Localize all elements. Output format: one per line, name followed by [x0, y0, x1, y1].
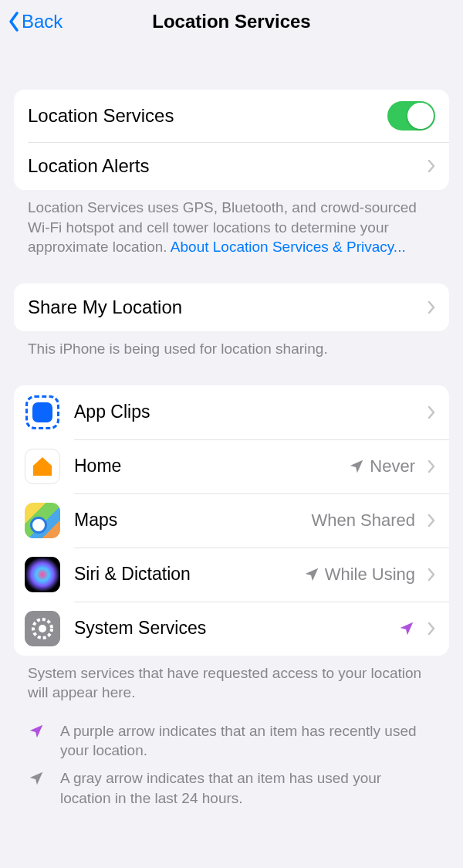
location-services-row[interactable]: Location Services: [14, 90, 449, 142]
settings-gear-icon: [25, 611, 60, 646]
location-alerts-label: Location Alerts: [28, 155, 420, 177]
share-my-location-row[interactable]: Share My Location: [14, 283, 449, 331]
app-row-system[interactable]: System Services: [14, 602, 449, 656]
location-arrow-gray-icon: [303, 566, 320, 583]
footer-location-services: Location Services uses GPS, Bluetooth, a…: [14, 190, 449, 257]
app-row-maps[interactable]: MapsWhen Shared: [14, 493, 449, 548]
location-alerts-row[interactable]: Location Alerts: [14, 142, 449, 190]
group-main-toggles: Location Services Location Alerts: [14, 90, 449, 190]
home-icon: [25, 449, 60, 484]
maps-icon: [25, 503, 60, 538]
legend-gray-text: A gray arrow indicates that an item has …: [60, 768, 435, 808]
app-name: Home: [74, 456, 348, 476]
app-row-home[interactable]: HomeNever: [14, 439, 449, 493]
legend-purple-text: A purple arrow indicates that an item ha…: [60, 721, 435, 761]
footer-system-services: System services that have requested acce…: [14, 656, 449, 703]
location-arrow-purple-icon: [28, 723, 45, 740]
app-status: Never: [370, 456, 415, 476]
group-apps: App ClipsHomeNeverMapsWhen SharedSiri & …: [14, 385, 449, 656]
legend-purple: A purple arrow indicates that an item ha…: [14, 714, 449, 761]
app-name: Siri & Dictation: [74, 564, 303, 585]
chevron-right-icon: [428, 159, 435, 173]
page-title: Location Services: [0, 11, 463, 32]
app-clips-icon: [25, 395, 59, 429]
location-arrow-gray-icon: [28, 770, 45, 787]
app-name: App Clips: [74, 402, 420, 422]
chevron-right-icon: [428, 459, 435, 473]
back-button[interactable]: Back: [8, 11, 63, 32]
navbar: Back Location Services: [0, 0, 463, 43]
chevron-left-icon: [8, 11, 20, 32]
app-status: While Using: [325, 565, 415, 585]
chevron-right-icon: [428, 514, 435, 527]
app-row-appclips[interactable]: App Clips: [14, 385, 449, 439]
app-row-siri[interactable]: Siri & DictationWhile Using: [14, 548, 449, 602]
siri-icon: [25, 557, 60, 592]
share-my-location-label: Share My Location: [28, 297, 420, 318]
location-services-toggle[interactable]: [387, 101, 435, 131]
group-share-location: Share My Location: [14, 283, 449, 331]
location-services-label: Location Services: [28, 105, 387, 127]
chevron-right-icon: [428, 405, 435, 419]
back-label: Back: [22, 11, 63, 32]
chevron-right-icon: [428, 622, 435, 636]
chevron-right-icon: [428, 300, 435, 314]
svg-point-1: [39, 625, 46, 632]
location-arrow-purple-icon: [398, 620, 415, 637]
app-icon: [25, 395, 60, 430]
app-name: System Services: [74, 618, 398, 639]
about-privacy-link[interactable]: About Location Services & Privacy...: [171, 239, 406, 255]
chevron-right-icon: [428, 568, 435, 581]
legend-gray: A gray arrow indicates that an item has …: [14, 761, 449, 808]
location-arrow-gray-icon: [348, 458, 365, 475]
toggle-knob: [407, 103, 434, 129]
app-status: When Shared: [311, 510, 415, 531]
footer-share-location: This iPhone is being used for location s…: [14, 331, 449, 359]
app-name: Maps: [74, 510, 311, 531]
